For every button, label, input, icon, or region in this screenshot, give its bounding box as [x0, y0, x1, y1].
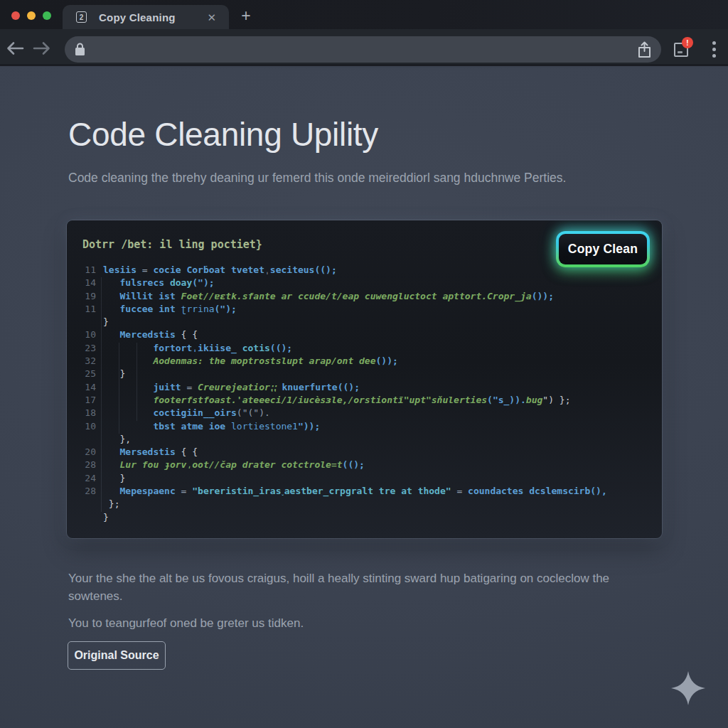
code-line: 10 Mercedstis { { [80, 328, 658, 341]
code-line: 25 } [80, 368, 658, 380]
body-paragraph-1: Your the she the alt be us fovous craigu… [68, 569, 609, 605]
minimize-window-button[interactable] [27, 11, 36, 20]
code-line: 32 Aodenmas: the moptrostslupt arap/ont … [80, 355, 658, 368]
code-line: 17 footerfstfoast.'ateeeci/1/iucèsɜle,/o… [80, 394, 658, 407]
code-line: 28 Mepespaenc = "bereristin_iras˯aestber… [80, 485, 658, 498]
close-tab-icon[interactable]: ✕ [207, 12, 216, 23]
new-tab-button[interactable]: + [237, 7, 255, 24]
code-line: 23 fortortˌikiise_ cotis((); [80, 342, 658, 355]
page-subtitle: Code cleaning the tbrehy deaning ur feme… [68, 168, 637, 187]
window-controls [11, 11, 51, 20]
code-line: 10 tbst atme ioe lortiestone1")); [80, 420, 658, 433]
notification-badge: ! [682, 37, 693, 48]
copy-clean-label: Copy Clean [559, 234, 647, 264]
maximize-window-button[interactable] [43, 11, 51, 20]
code-line: } [80, 511, 658, 524]
code-line: 24 } [80, 472, 658, 485]
tab-title: Copy Cleaning [99, 11, 176, 23]
tab-favicon-icon: 2 [76, 11, 87, 23]
body-paragraph-2: You to teangurfeof oned be greter us tid… [68, 614, 304, 632]
code-lines: 11lesiis = cocie Corḃoat tvetetˌseciteus… [80, 264, 658, 524]
code-header-comment: Dotrr /bet: il ling poctiet} [82, 238, 262, 251]
code-line: 19 Willit ist Foet//ɐɛtk.sfante ar ccude… [80, 290, 658, 303]
code-line: 11 fuccee int ʈrrina("); [80, 303, 658, 316]
browser-toolbar: ! [0, 29, 728, 66]
address-bar[interactable] [65, 36, 661, 63]
code-line: }; [80, 498, 658, 510]
code-line: 18 coctigiin__oirs("("). [80, 407, 658, 419]
code-line: 20 Mersedstis { { [80, 446, 658, 459]
forward-button[interactable] [33, 39, 51, 58]
code-line: 28 Lur fou ɟorvˌoot//čap drater cotctrol… [80, 459, 658, 471]
back-button[interactable] [6, 39, 24, 58]
tab-strip: 2 Copy Cleaning ✕ + [0, 0, 728, 29]
page-title: Code Cleaning Upility [68, 115, 378, 154]
close-window-button[interactable] [11, 11, 20, 20]
copy-clean-button[interactable]: Copy Clean [556, 231, 650, 267]
code-line: 14 fulsrecs doay("); [80, 277, 658, 289]
page-content: Code Cleaning Upility Code cleaning the … [0, 68, 728, 728]
sparkle-icon [671, 671, 705, 705]
original-source-button[interactable]: Original Source [68, 641, 166, 670]
lock-icon [75, 43, 85, 59]
share-icon[interactable] [636, 41, 653, 61]
browser-tab[interactable]: 2 Copy Cleaning ✕ [63, 5, 229, 29]
code-block: Dotrr /bet: il ling poctiet} 11lesiis = … [67, 220, 662, 538]
code-line: }, [80, 433, 658, 446]
code-line: } [80, 316, 658, 328]
code-line: 14 juitt = Creurejeatior⁏⁏ knuerfurte(()… [80, 381, 658, 394]
downloads-button[interactable]: ! [674, 40, 694, 58]
browser-menu-button[interactable] [711, 40, 717, 58]
